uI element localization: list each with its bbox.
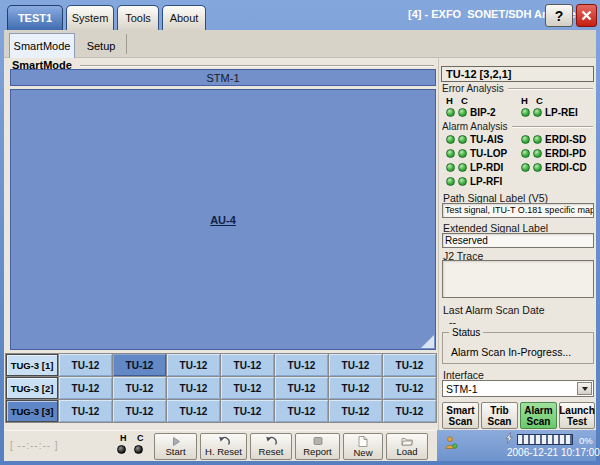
tu-ais-indicator: TU-AIS — [446, 134, 503, 145]
status-area: 0% 2006-12-21 10:17:00 — [437, 430, 596, 461]
timer-display: [ --:--:-- ] — [10, 440, 59, 451]
start-button[interactable]: Start — [154, 433, 197, 460]
led-icon — [446, 108, 455, 117]
tab-system[interactable]: System — [66, 5, 114, 30]
report-label: Report — [303, 446, 332, 457]
subtab-setup[interactable]: Setup — [79, 33, 123, 58]
tu12-cell[interactable]: TU-12 — [221, 354, 274, 376]
tab-about[interactable]: About — [162, 5, 206, 30]
tu-ais-label: TU-AIS — [470, 134, 503, 145]
undo-icon — [218, 436, 230, 446]
error-analysis-label: Error Analysis — [442, 83, 504, 94]
launch-test-button[interactable]: Launch Test — [559, 402, 595, 429]
status-value: Alarm Scan In-Progress... — [451, 346, 571, 358]
tu12-cell[interactable]: TU-12 — [221, 400, 274, 422]
load-label: Load — [396, 446, 417, 457]
led-icon — [533, 108, 542, 117]
tu12-cell[interactable]: TU-12 — [59, 354, 112, 376]
lightning-plug-icon — [503, 432, 515, 444]
tu12-cell-selected[interactable]: TU-12 — [113, 354, 166, 376]
led-icon — [446, 149, 455, 158]
tu12-cell[interactable]: TU-12 — [167, 354, 220, 376]
question-mark-icon: ? — [555, 8, 564, 24]
tu12-cell[interactable]: TU-12 — [113, 400, 166, 422]
erdi-sd-label: ERDI-SD — [545, 134, 586, 145]
tu12-cell[interactable]: TU-12 — [167, 377, 220, 399]
au4-container: AU-4 — [10, 89, 436, 350]
tab-tools[interactable]: Tools — [117, 5, 159, 30]
led-icon — [533, 149, 542, 158]
tu12-grid: TUG-3 [1] TU-12 TU-12 TU-12 TU-12 TU-12 … — [5, 353, 437, 423]
tu-lop-indicator: TU-LOP — [446, 148, 507, 159]
c-led-icon — [134, 445, 143, 454]
led-icon — [458, 149, 467, 158]
history-reset-button[interactable]: H. Reset — [200, 433, 247, 460]
au4-link[interactable]: AU-4 — [210, 214, 236, 226]
tug3-2-button[interactable]: TUG-3 [2] — [6, 377, 58, 399]
help-button[interactable]: ? — [545, 4, 573, 27]
tab-test1[interactable]: TEST1 — [7, 5, 63, 30]
load-button[interactable]: Load — [386, 433, 428, 460]
error-analysis-header: Error Analysis — [442, 83, 593, 94]
h-led-icon — [117, 445, 126, 454]
trib-scan-button[interactable]: Trib Scan — [481, 402, 518, 429]
tu12-cell[interactable]: TU-12 — [113, 377, 166, 399]
erdi-pd-label: ERDI-PD — [545, 148, 586, 159]
led-icon — [521, 108, 530, 117]
led-icon — [458, 135, 467, 144]
subtab-divider — [126, 34, 127, 54]
new-button[interactable]: New — [343, 433, 383, 460]
hc-column-headers: HC — [446, 95, 468, 106]
tu12-cell[interactable]: TU-12 — [329, 354, 382, 376]
erdi-pd-indicator: ERDI-PD — [521, 148, 586, 159]
dropdown-button[interactable] — [577, 382, 592, 395]
tu12-cell[interactable]: TU-12 — [383, 354, 436, 376]
h-column-label: H — [521, 95, 528, 106]
tu12-cell[interactable]: TU-12 — [275, 354, 328, 376]
tu12-cell[interactable]: TU-12 — [275, 400, 328, 422]
bip2-label: BIP-2 — [470, 107, 496, 118]
stm1-header[interactable]: STM-1 — [10, 69, 436, 86]
tu12-cell[interactable]: TU-12 — [275, 377, 328, 399]
tu12-cell[interactable]: TU-12 — [329, 377, 382, 399]
lp-rfi-label: LP-RFI — [470, 176, 502, 187]
bip2-indicator: BIP-2 — [446, 107, 496, 118]
interface-value: STM-1 — [446, 383, 478, 395]
selected-path-label: TU-12 [3,2,1] — [441, 66, 594, 82]
reset-button[interactable]: Reset — [250, 433, 292, 460]
lp-rfi-indicator: LP-RFI — [446, 176, 502, 187]
tu12-cell[interactable]: TU-12 — [329, 400, 382, 422]
tug3-1-button[interactable]: TUG-3 [1] — [6, 354, 58, 376]
report-button[interactable]: Report — [295, 433, 340, 460]
tu12-cell[interactable]: TU-12 — [383, 400, 436, 422]
smart-scan-line1: Smart — [446, 405, 474, 416]
c-led-label: C — [137, 433, 144, 443]
tu12-cell[interactable]: TU-12 — [383, 377, 436, 399]
new-document-icon — [358, 436, 368, 447]
smart-scan-button[interactable]: Smart Scan — [442, 402, 479, 429]
tug3-3-button-selected[interactable]: TUG-3 [3] — [6, 400, 58, 422]
led-icon — [521, 135, 530, 144]
report-icon — [313, 436, 323, 446]
subtab-smartmode[interactable]: SmartMode — [9, 33, 75, 58]
alarm-scan-line2: Scan — [527, 416, 551, 427]
interface-dropdown[interactable]: STM-1 — [442, 380, 594, 397]
led-icon — [533, 135, 542, 144]
lp-rdi-label: LP-RDI — [470, 162, 503, 173]
tu12-cell[interactable]: TU-12 — [167, 400, 220, 422]
subtab-bar: SmartMode Setup — [4, 30, 596, 58]
close-button[interactable] — [576, 4, 597, 27]
alarm-scan-button-active[interactable]: Alarm Scan — [520, 402, 557, 429]
last-alarm-scan-label: Last Alarm Scan Date — [443, 304, 545, 316]
tu12-cell[interactable]: TU-12 — [221, 377, 274, 399]
open-folder-icon — [401, 436, 413, 446]
led-icon — [458, 177, 467, 186]
led-icon — [458, 108, 467, 117]
c-column-label: C — [461, 95, 468, 106]
hc-column-headers: HC — [521, 95, 543, 106]
erdi-cd-indicator: ERDI-CD — [521, 162, 587, 173]
tu12-cell[interactable]: TU-12 — [59, 377, 112, 399]
tu12-cell[interactable]: TU-12 — [59, 400, 112, 422]
led-icon — [446, 163, 455, 172]
start-label: Start — [165, 446, 185, 457]
